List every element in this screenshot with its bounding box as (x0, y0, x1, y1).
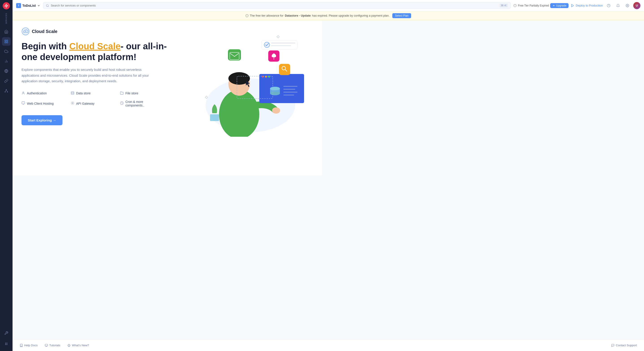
search-icon (46, 4, 49, 7)
search-input[interactable] (51, 4, 322, 7)
svg-rect-33 (22, 102, 25, 104)
web-hosting-icon (22, 101, 25, 106)
svg-point-49 (262, 76, 264, 78)
sidebar-item-home[interactable] (2, 27, 10, 36)
start-exploring-button[interactable]: Start Exploring → (22, 115, 62, 125)
svg-point-61 (264, 42, 270, 48)
page-logo-title: Cloud Scale (32, 29, 57, 34)
hero-title: Begin with Cloud Scale- our all-in-one d… (22, 41, 174, 62)
svg-line-13 (6, 90, 8, 92)
svg-line-19 (48, 6, 48, 7)
app-name-button[interactable]: T ToDoList (16, 3, 40, 8)
app-avatar: T (16, 3, 21, 8)
feature-filestore-label: File store (126, 92, 138, 95)
svg-rect-0 (5, 40, 6, 41)
chevron-down-icon (37, 4, 40, 7)
svg-point-54 (270, 92, 280, 95)
sidebar-item-chart[interactable] (2, 57, 10, 66)
main-content: Cloud Scale Begin with Cloud Scale- our … (12, 20, 322, 176)
svg-point-18 (46, 4, 48, 6)
svg-rect-48 (259, 74, 304, 103)
banner-text-after: has expired. Please upgrade by configuri… (312, 14, 322, 17)
svg-point-31 (22, 92, 24, 93)
sidebar-item-link[interactable] (2, 77, 10, 85)
svg-point-68 (274, 59, 274, 59)
feature-authentication[interactable]: Authentication (22, 91, 62, 96)
filestore-icon (120, 91, 124, 96)
feature-cron-label: Cron & more components.. (126, 100, 160, 107)
svg-point-9 (6, 89, 7, 90)
hero-description: Explore components that enable you to se… (22, 67, 156, 84)
svg-point-46 (272, 107, 280, 114)
sidebar-item-nodes[interactable] (2, 87, 10, 95)
svg-point-43 (219, 90, 259, 137)
hero-title-before: Begin with (22, 41, 69, 51)
datastore-icon (71, 91, 74, 96)
sidebar-logo (3, 2, 10, 10)
svg-point-51 (268, 76, 270, 78)
api-gateway-icon (71, 101, 74, 106)
sidebar-label: Services (5, 13, 8, 24)
svg-rect-3 (7, 42, 8, 43)
cloud-scale-logo-icon (22, 27, 30, 36)
app-title: ToDoList (22, 4, 36, 8)
sidebar-item-grid[interactable] (2, 37, 10, 46)
svg-point-10 (5, 92, 5, 92)
svg-rect-39 (277, 36, 279, 38)
svg-point-32 (71, 92, 74, 92)
upgrade-banner: The free tier allowance for Datastore - … (12, 11, 322, 20)
cron-icon (120, 101, 124, 106)
sidebar-item-cloud[interactable] (2, 47, 10, 56)
hero-illustration: + (192, 29, 308, 137)
svg-rect-1 (7, 40, 8, 41)
authentication-icon (22, 91, 25, 96)
feature-cron[interactable]: Cron & more components.. (120, 100, 160, 107)
feature-datastore-label: Data store (76, 92, 91, 95)
svg-point-36 (72, 103, 73, 104)
sidebar-item-globe[interactable] (2, 67, 10, 75)
banner-bold-text: Datastore - Update (285, 14, 311, 17)
svg-rect-47 (210, 114, 219, 121)
feature-filestore[interactable]: File store (120, 91, 160, 96)
feature-api-gateway[interactable]: API Gateway (71, 100, 111, 107)
hero-title-highlight: Cloud Scale (69, 41, 120, 51)
svg-line-12 (5, 90, 6, 92)
feature-web-hosting-label: Web Client Hosting (27, 102, 54, 105)
svg-point-11 (7, 92, 8, 92)
sidebar: Services (0, 0, 12, 176)
feature-datastore[interactable]: Data store (71, 91, 111, 96)
header: T ToDoList ⌘+K Free Tier Partially Expir… (12, 0, 322, 11)
feature-web-hosting[interactable]: Web Client Hosting (22, 100, 62, 107)
svg-rect-2 (5, 42, 6, 43)
banner-text-before: The free tier allowance for (250, 14, 284, 17)
search-bar[interactable]: ⌘+K (43, 2, 322, 9)
feature-auth-label: Authentication (27, 92, 47, 95)
feature-api-gateway-label: API Gateway (76, 102, 94, 105)
svg-point-50 (265, 76, 267, 78)
banner-info-icon (246, 14, 248, 17)
